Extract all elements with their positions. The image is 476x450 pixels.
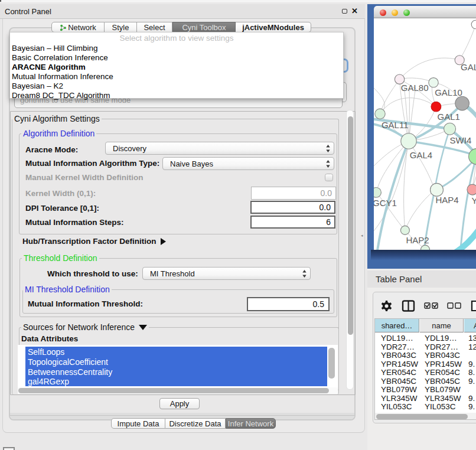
svg-text:GAL: GAL — [461, 62, 476, 72]
svg-text:HAP4: HAP4 — [436, 195, 459, 205]
svg-text:GAL80: GAL80 — [401, 83, 429, 93]
svg-text:HAP2: HAP2 — [406, 235, 429, 245]
svg-text:Y: Y — [471, 195, 476, 206]
svg-text:GAL1: GAL1 — [438, 112, 460, 122]
svg-text:GAL10: GAL10 — [435, 87, 462, 97]
svg-text:GAL11: GAL11 — [382, 120, 409, 130]
svg-text:SWI4: SWI4 — [450, 135, 472, 145]
svg-text:GCY1: GCY1 — [374, 198, 397, 208]
svg-text:GAL4: GAL4 — [410, 150, 432, 160]
